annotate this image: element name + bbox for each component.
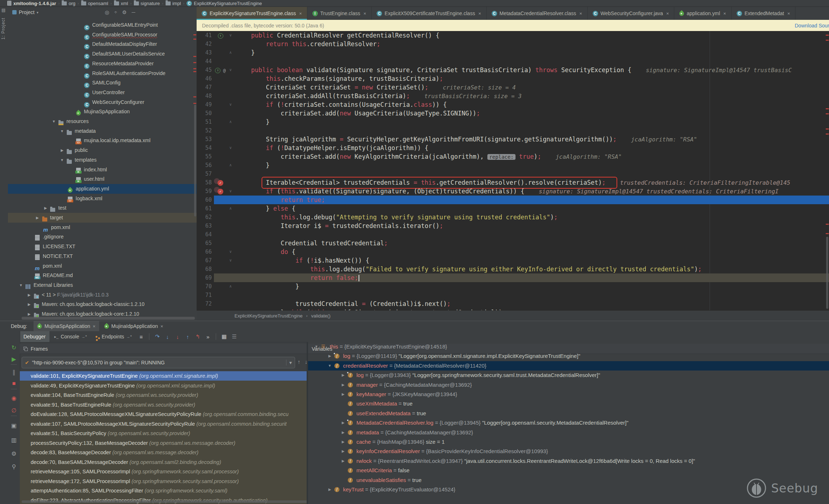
- tree-item[interactable]: CUserController: [8, 88, 197, 97]
- tree-item[interactable]: ▶test: [8, 203, 197, 213]
- variable-row[interactable]: ▶fcache = {HashMap@13946} size = 1: [308, 437, 829, 447]
- collapse-all-icon[interactable]: ÷: [114, 9, 117, 15]
- collapsed-arrow-icon[interactable]: ▶: [341, 390, 346, 399]
- tree-item[interactable]: CDefaultMetadataDisplayFilter: [8, 39, 197, 49]
- variable-row[interactable]: ▶flog = {Logger@11419} "Logger[org.opens…: [308, 351, 829, 361]
- variable-row[interactable]: ▶flog = {Logger@13943} "Logger[org.sprin…: [308, 371, 829, 380]
- tree-item[interactable]: mpom.xml: [8, 223, 197, 232]
- fold-open-icon[interactable]: ∨: [227, 100, 234, 109]
- layout-icon[interactable]: ▥: [8, 437, 20, 443]
- expanded-arrow-icon[interactable]: ▼: [60, 126, 65, 136]
- breadcrumb-item[interactable]: org: [62, 1, 75, 6]
- variable-row[interactable]: fmeetAllCriteria = false: [308, 466, 829, 475]
- breadcrumb-method[interactable]: validate(): [311, 313, 330, 319]
- collapsed-arrow-icon[interactable]: ▶: [341, 428, 346, 437]
- variable-row[interactable]: ▶fkeyInfoCredentialResolver = {BasicProv…: [308, 447, 829, 456]
- collapsed-arrow-icon[interactable]: ▶: [27, 299, 32, 309]
- editor-tab[interactable]: CExplicitKeySignatureTrustEngine.class×: [197, 7, 307, 20]
- drop-frame-icon[interactable]: ↰: [193, 333, 202, 340]
- tool-bar-icon[interactable]: ▤: [1, 8, 5, 13]
- breakpoint-icon[interactable]: ✓: [218, 180, 223, 186]
- close-icon[interactable]: ×: [364, 11, 367, 16]
- sidebar-item-project[interactable]: 1: Project: [1, 18, 6, 40]
- resume-icon[interactable]: ▶: [8, 356, 20, 363]
- editor-tab[interactable]: CMetadataCredentialResolver.class×: [487, 7, 588, 20]
- tree-item[interactable]: application.yml: [8, 184, 197, 194]
- tree-item[interactable]: CConfigurableSAMLEntryPoint: [8, 20, 197, 30]
- frame-row[interactable]: processSecurityPolicy:132, BaseMessageDe…: [20, 438, 326, 448]
- tree-item[interactable]: CWebSecurityConfigurer: [8, 97, 197, 107]
- frame-row[interactable]: doEvaluate:128, SAMLProtocolMessageXMLSi…: [20, 409, 326, 419]
- hide-panel-icon[interactable]: ─: [132, 9, 135, 15]
- tree-item[interactable]: Huser.html: [8, 174, 197, 184]
- breadcrumb-item[interactable]: opensaml: [81, 1, 108, 6]
- step-out-icon[interactable]: ↑: [183, 334, 192, 340]
- frame-row[interactable]: decode:70, BaseSAML2MessageDecoder (org.…: [20, 457, 326, 467]
- variable-row[interactable]: ▶fmanager = {CachingMetadataManager@1369…: [308, 380, 829, 390]
- debug-session-tab[interactable]: MujinaIdpApplication×: [101, 321, 167, 331]
- fold-open-icon[interactable]: ∨: [227, 247, 234, 256]
- project-scrollbar[interactable]: [194, 105, 196, 216]
- thread-selector[interactable]: ✔ "http-nio-9090-exec-5"@10,570 in group…: [22, 357, 295, 368]
- tree-item[interactable]: CDefaultSAMLUserDetailsService: [8, 49, 197, 59]
- fold-open-icon[interactable]: ∨: [227, 31, 234, 40]
- pin-tab-icon[interactable]: →*: [126, 334, 132, 339]
- editor-tab[interactable]: ITrustEngine.class×: [307, 7, 372, 20]
- step-over-icon[interactable]: ↷: [153, 333, 162, 340]
- tree-item[interactable]: ▼templates: [8, 155, 197, 165]
- collapsed-arrow-icon[interactable]: ▶: [341, 380, 346, 390]
- breadcrumb-item[interactable]: impl: [166, 1, 181, 6]
- view-breakpoints-icon[interactable]: ◉: [8, 395, 20, 402]
- tree-item[interactable]: Hindex.html: [8, 165, 197, 175]
- collapsed-arrow-icon[interactable]: ▶: [43, 203, 48, 213]
- fold-close-icon[interactable]: ∧: [227, 118, 234, 126]
- tree-item[interactable]: LICENSE.TXT: [8, 242, 197, 251]
- tree-item[interactable]: ▼External Libraries: [8, 280, 197, 290]
- previous-frame-icon[interactable]: ↑: [298, 359, 301, 365]
- frame-row[interactable]: validate:101, ExplicitKeySignatureTrustE…: [20, 371, 326, 381]
- tree-item[interactable]: ▶Maven: ch.qos.logback:logback-classic:1…: [8, 299, 197, 309]
- debug-session-tab[interactable]: MujinaSpApplication×: [34, 321, 99, 331]
- variable-row[interactable]: fuseExtendedMetadata = true: [308, 409, 829, 418]
- tree-item[interactable]: ▼resources: [8, 117, 197, 126]
- tree-item[interactable]: ▶MujinaSpApplication: [8, 107, 197, 117]
- tree-item[interactable]: MDREADME.md: [8, 271, 197, 280]
- expanded-arrow-icon[interactable]: ▼: [314, 342, 319, 351]
- variable-row[interactable]: ▶frwlock = {ReentrantReadWriteLock@13947…: [308, 456, 829, 466]
- code-editor[interactable]: 41↑∨public CredentialResolver getCredent…: [197, 31, 829, 310]
- rerun-icon[interactable]: ↻: [8, 344, 20, 351]
- expanded-arrow-icon[interactable]: ▼: [327, 361, 332, 371]
- close-icon[interactable]: ×: [93, 324, 96, 329]
- override-icon[interactable]: ↑: [215, 68, 220, 73]
- editor-tab[interactable]: application.yml×: [674, 7, 731, 20]
- project-panel-title[interactable]: Project: [19, 9, 35, 15]
- tree-item[interactable]: CRoleSAMLAuthenticationProvide: [8, 69, 197, 78]
- pause-icon[interactable]: ∥: [8, 369, 20, 376]
- fold-close-icon[interactable]: ∧: [227, 48, 234, 57]
- collapsed-arrow-icon[interactable]: ▶: [341, 447, 346, 456]
- breadcrumb-item[interactable]: CExplicitKeySignatureTrustEngine: [187, 1, 262, 6]
- editor-tab[interactable]: CWebSecurityConfigurer.java×: [588, 7, 675, 20]
- chevron-down-icon[interactable]: ▾: [37, 10, 39, 14]
- variable-row[interactable]: ▶fMetadataCredentialResolver.log = {Logg…: [308, 418, 829, 428]
- tree-item[interactable]: CConfigurableSAMLProcessor: [8, 30, 197, 40]
- frame-row[interactable]: evaluate:107, SAMLProtocolMessageXMLSign…: [20, 419, 326, 429]
- evaluate-expression-icon[interactable]: ▦: [220, 333, 228, 340]
- expanded-arrow-icon[interactable]: ▼: [18, 280, 23, 290]
- frame-row[interactable]: evaluate:51, BasicSecurityPolicy (org.op…: [20, 429, 326, 438]
- fold-close-icon[interactable]: ∧: [227, 204, 234, 213]
- tree-item[interactable]: NOTICE.TXT: [8, 251, 197, 261]
- frame-row[interactable]: evaluate:104, BaseTrustEngineRule (org.o…: [20, 390, 326, 400]
- step-into-icon[interactable]: ↓: [163, 334, 172, 340]
- tree-item[interactable]: CSAMLConfig: [8, 78, 197, 88]
- tree-item[interactable]: <>logback.xml: [8, 194, 197, 203]
- close-icon[interactable]: ×: [787, 11, 790, 16]
- frame-row[interactable]: retrieveMessage:105, SAMLProcessorImpl (…: [20, 467, 326, 476]
- close-icon[interactable]: ×: [666, 11, 669, 16]
- frame-row[interactable]: evaluate:91, BaseTrustEngineRule (org.op…: [20, 400, 326, 409]
- variable-row[interactable]: ▶fkeyManager = {JKSKeyManager@13944}: [308, 390, 829, 399]
- frame-row[interactable]: retrieveMessage:172, SAMLProcessorImpl (…: [20, 477, 326, 486]
- tree-item[interactable]: ▶public: [8, 145, 197, 155]
- thread-dump-icon[interactable]: ▣: [8, 422, 20, 429]
- project-hscrollbar[interactable]: [22, 317, 195, 320]
